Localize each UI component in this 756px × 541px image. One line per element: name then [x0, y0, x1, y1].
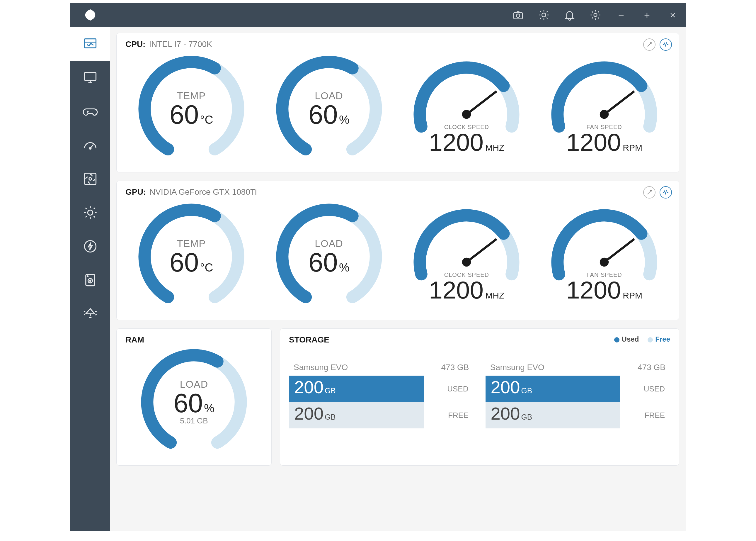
drive-1: Samsung EVO 473 GB 200GB USED 200GB FREE	[486, 359, 670, 428]
svg-point-9	[88, 210, 93, 215]
gpu-clock-gauge: CLOCK SPEED 1200MHZ	[401, 201, 533, 312]
cpu-needle-icon[interactable]	[643, 38, 655, 51]
svg-point-6	[89, 148, 91, 149]
gpu-load-value: 60	[309, 249, 338, 275]
sidebar-item-power[interactable]	[70, 229, 110, 263]
cpu-fan-value: 1200	[566, 130, 621, 155]
cpu-clock-value: 1200	[429, 130, 483, 155]
drive-0-free-bar: 200GB FREE	[289, 402, 474, 428]
storage-card: STORAGE Used Free Samsung EVO 473 GB	[280, 328, 679, 466]
gpu-temp-unit: °C	[200, 262, 213, 273]
gpu-name: NVIDIA GeForce GTX 1080Ti	[149, 187, 257, 197]
svg-point-1	[516, 14, 520, 18]
svg-point-22	[462, 258, 471, 267]
gpu-load-gauge: LOAD 60%	[263, 201, 395, 312]
svg-point-19	[600, 110, 609, 119]
maximize-button[interactable]: +	[634, 3, 660, 27]
sidebar-item-computer[interactable]	[70, 61, 110, 94]
drive-0: Samsung EVO 473 GB 200GB USED 200GB FREE	[289, 359, 474, 428]
cpu-temp-label: TEMP	[177, 90, 206, 102]
sidebar-item-storage[interactable]	[70, 263, 110, 297]
svg-point-10	[85, 241, 96, 252]
screenshot-icon[interactable]	[505, 3, 531, 27]
svg-point-17	[462, 110, 471, 119]
gpu-fan-unit: RPM	[623, 291, 642, 300]
storage-legend: Used Free	[614, 335, 670, 343]
ram-load-unit: %	[204, 402, 214, 414]
cpu-graph-icon[interactable]	[659, 38, 672, 51]
gpu-needle-icon[interactable]	[643, 186, 655, 199]
notifications-icon[interactable]	[557, 3, 583, 27]
svg-point-15	[650, 43, 652, 44]
gpu-card: GPU: NVIDIA GeForce GTX 1080Ti TEMP 60°C	[116, 181, 679, 320]
drive-1-used-bar: 200GB USED	[486, 376, 670, 402]
gpu-load-label: LOAD	[315, 238, 343, 249]
gpu-section-label: GPU:	[126, 187, 146, 197]
sidebar-item-lighting[interactable]	[70, 196, 110, 229]
legend-free-dot-icon	[647, 337, 653, 342]
svg-point-24	[600, 258, 609, 267]
sidebar-item-cooling[interactable]	[70, 162, 110, 196]
cpu-name: INTEL I7 - 7700K	[149, 40, 212, 49]
gpu-load-unit: %	[339, 262, 350, 273]
drive-1-free-unit: GB	[521, 413, 532, 421]
drive-0-free-value: 200	[294, 405, 324, 422]
drive-1-used-unit: GB	[521, 387, 532, 394]
brightness-icon[interactable]	[531, 3, 557, 27]
ram-section-label: RAM	[126, 335, 144, 344]
sidebar-item-dashboard[interactable]	[70, 27, 110, 61]
gpu-temp-label: TEMP	[177, 238, 206, 249]
drive-0-name: Samsung EVO	[294, 363, 348, 372]
legend-free-label: Free	[655, 335, 670, 343]
cpu-fan-unit: RPM	[623, 143, 642, 152]
svg-line-18	[604, 91, 634, 114]
drive-1-used-value: 200	[491, 378, 520, 396]
sidebar-item-alerts[interactable]	[70, 297, 110, 330]
cpu-temp-gauge: TEMP 60°C	[126, 53, 257, 165]
cpu-temp-value: 60	[169, 102, 199, 128]
gpu-temp-value: 60	[169, 249, 199, 275]
content-area: CPU: INTEL I7 - 7700K TEMP 60°C	[110, 27, 686, 531]
svg-line-23	[604, 239, 634, 262]
gpu-temp-gauge: TEMP 60°C	[126, 201, 257, 312]
ram-load-sub: 5.01 GB	[180, 416, 208, 425]
close-button[interactable]: ×	[660, 3, 686, 27]
drive-1-free-value: 200	[491, 405, 520, 422]
drive-1-total: 473 GB	[637, 363, 665, 372]
drive-0-total: 473 GB	[441, 363, 469, 372]
gpu-graph-icon[interactable]	[659, 186, 672, 199]
svg-point-3	[594, 13, 597, 17]
svg-rect-5	[85, 72, 96, 80]
cpu-fan-gauge: FAN SPEED 1200RPM	[538, 53, 670, 165]
cpu-section-label: CPU:	[126, 40, 145, 49]
drive-0-used-bar: 200GB USED	[289, 376, 474, 402]
settings-icon[interactable]	[583, 3, 608, 27]
svg-line-16	[466, 91, 497, 114]
gpu-fan-gauge: FAN SPEED 1200RPM	[538, 201, 670, 312]
drive-0-free-unit: GB	[325, 413, 336, 421]
drive-1-used-label: USED	[620, 376, 670, 402]
svg-point-2	[542, 13, 546, 17]
ram-card: RAM LOAD 60% 5.01 GB	[116, 328, 272, 466]
svg-point-13	[89, 280, 91, 281]
storage-section-label: STORAGE	[289, 335, 329, 344]
ram-load-value: 60	[173, 390, 203, 416]
cpu-load-label: LOAD	[315, 90, 343, 102]
titlebar: − + ×	[70, 3, 686, 27]
cpu-clock-unit: MHZ	[485, 143, 504, 152]
svg-point-8	[89, 178, 92, 180]
gpu-fan-value: 1200	[566, 278, 621, 302]
svg-point-20	[650, 190, 652, 192]
drive-1-free-bar: 200GB FREE	[486, 402, 670, 428]
drive-0-used-value: 200	[294, 378, 324, 396]
app-logo-icon	[70, 8, 110, 22]
sidebar-item-gaming[interactable]	[70, 94, 110, 128]
drive-0-used-label: USED	[424, 376, 474, 402]
svg-point-12	[88, 278, 92, 283]
ram-load-gauge: LOAD 60% 5.01 GB	[126, 346, 263, 458]
cpu-temp-unit: °C	[200, 114, 213, 126]
sidebar	[70, 27, 110, 531]
sidebar-item-performance[interactable]	[70, 128, 110, 162]
minimize-button[interactable]: −	[608, 3, 634, 27]
svg-line-21	[466, 239, 497, 262]
